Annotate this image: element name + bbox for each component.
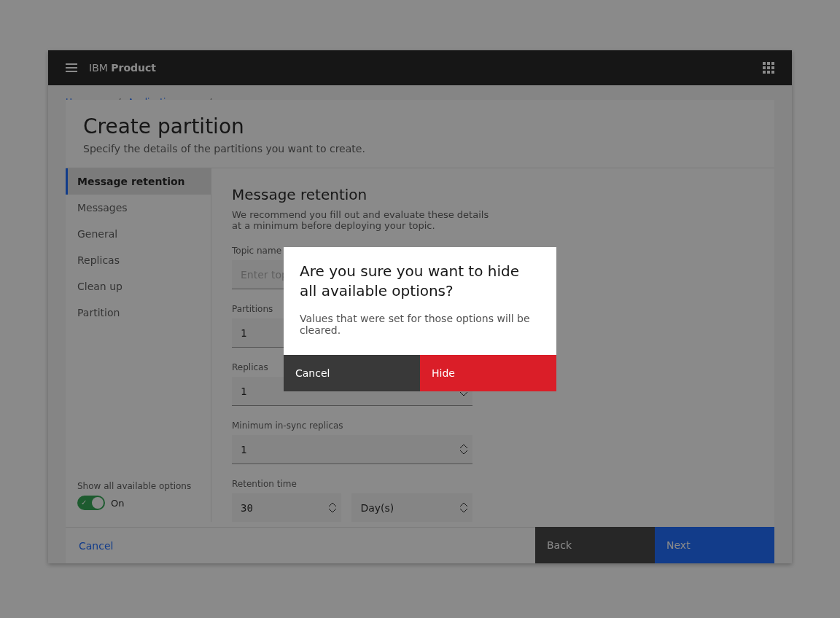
modal-text: Values that were set for those options w…: [300, 313, 540, 336]
modal-hide-button[interactable]: Hide: [420, 355, 556, 391]
modal-title: Are you sure you want to hide all availa…: [300, 262, 540, 301]
modal-cancel-button[interactable]: Cancel: [284, 355, 420, 391]
confirm-hide-modal: Are you sure you want to hide all availa…: [284, 247, 556, 391]
